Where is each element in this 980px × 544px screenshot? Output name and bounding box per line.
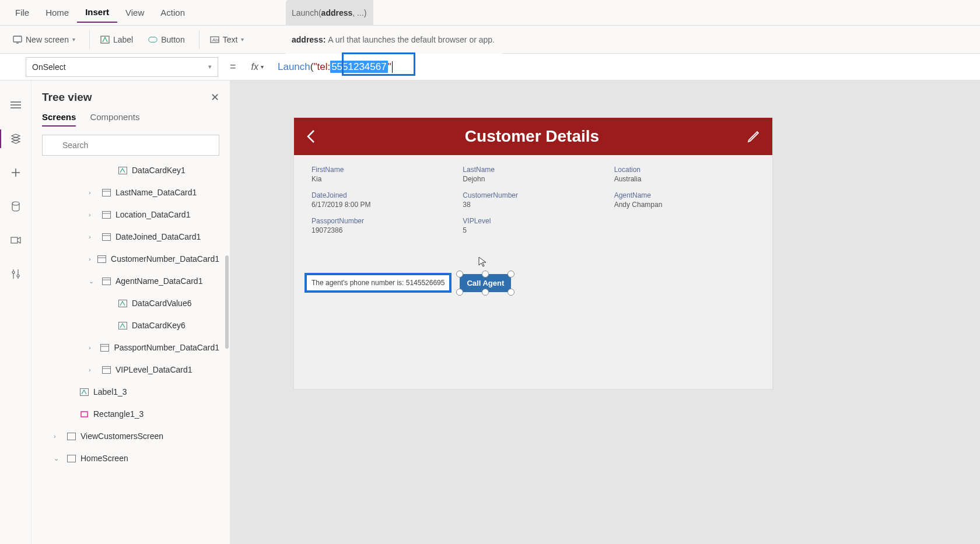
selection-handle[interactable] [508, 289, 514, 296]
media-icon[interactable] [9, 233, 23, 247]
tree-item-label: VIPLevel_DataCard1 [116, 365, 192, 374]
signature-help: Launch(address, ...) [286, 0, 373, 26]
field-value: 19072386 [312, 226, 452, 234]
menu-home[interactable]: Home [37, 3, 77, 22]
menu-file[interactable]: File [7, 3, 37, 22]
field-label: FirstName [312, 166, 452, 174]
tree-item-label: CustomerNumber_DataCard1 [111, 254, 219, 264]
close-icon[interactable]: ✕ [211, 91, 219, 104]
tree-item-icon [102, 365, 111, 374]
chevron-icon: › [89, 366, 97, 373]
new-screen-button[interactable]: New screen ▾ [7, 31, 81, 48]
field-value: Andy Champan [614, 201, 755, 209]
app-header: Customer Details [294, 118, 772, 155]
agent-phone-label[interactable]: The agent's phone number is: 5145526695 [304, 273, 452, 293]
tree-item-icon [102, 188, 111, 197]
tree-item-icon [102, 276, 111, 286]
tree-item[interactable]: ›LastName_DataCard1 [42, 181, 219, 203]
formula-token-launch: Launch [278, 61, 310, 72]
tree-scrollbar[interactable] [225, 255, 229, 349]
tree-item-label: AgentName_DataCard1 [116, 276, 202, 286]
tree-item[interactable]: ›Location_DataCard1 [42, 203, 219, 226]
formula-input[interactable]: Launch("tel:5551234567" [274, 58, 973, 75]
agent-row: The agent's phone number is: 5145526695 … [304, 273, 511, 293]
tree-item-icon [97, 254, 106, 264]
text-btn-label: Text [223, 35, 238, 44]
property-selector-value: OnSelect [32, 62, 66, 72]
tree-item[interactable]: ›VIPLevel_DataCard1 [42, 359, 219, 381]
tab-components[interactable]: Components [90, 112, 139, 127]
tree-list: DataCardKey1›LastName_DataCard1›Location… [42, 159, 219, 469]
tree-item[interactable]: DataCardValue6 [42, 292, 219, 314]
tree-item[interactable]: DataCardKey1 [42, 159, 219, 181]
chevron-down-icon: ▾ [72, 36, 75, 43]
tree-item[interactable]: ⌄AgentName_DataCard1 [42, 270, 219, 292]
svg-rect-0 [13, 36, 22, 42]
fx-button[interactable]: fx▾ [248, 59, 267, 75]
tree-view-icon[interactable] [9, 132, 23, 146]
sig-arg: address [321, 8, 353, 17]
svg-rect-32 [101, 344, 109, 351]
property-selector[interactable]: OnSelect ▾ [26, 57, 218, 77]
chevron-icon: › [89, 344, 96, 351]
menu-bar: File Home Insert View Action [0, 0, 980, 26]
tree-item-label: Location_DataCard1 [116, 210, 190, 219]
arg-desc: A url that launches the default browser … [328, 35, 495, 44]
menu-insert[interactable]: Insert [77, 2, 117, 23]
tree-item[interactable]: ›ViewCustomersScreen [42, 425, 219, 447]
tree-item-label: PassportNumber_DataCard1 [114, 343, 219, 352]
tree-item[interactable]: ›CustomerNumber_DataCard1 [42, 248, 219, 270]
field-label: VIPLevel [463, 217, 603, 225]
field-label: PassportNumber [312, 217, 452, 225]
tree-item[interactable]: DataCardKey6 [42, 314, 219, 336]
svg-rect-37 [81, 412, 88, 417]
tree-item[interactable]: ›DateJoined_DataCard1 [42, 226, 219, 248]
selection-handle[interactable] [508, 271, 514, 278]
svg-rect-12 [11, 237, 18, 243]
field-value: Kia [312, 175, 452, 183]
data-icon[interactable] [9, 199, 23, 213]
tree-item-icon [79, 409, 89, 419]
canvas[interactable]: Customer Details FirstName Kia LastName … [230, 80, 980, 544]
tree-item[interactable]: Rectangle1_3 [42, 403, 219, 425]
tree-item-label: DataCardKey6 [132, 321, 186, 330]
tree-item-label: DateJoined_DataCard1 [116, 232, 201, 241]
insert-icon[interactable] [9, 166, 23, 180]
svg-rect-34 [102, 366, 110, 373]
selection-handle[interactable] [456, 271, 463, 278]
tab-screens[interactable]: Screens [42, 112, 76, 127]
svg-rect-30 [118, 300, 127, 307]
tree-item[interactable]: ›PassportNumber_DataCard1 [42, 336, 219, 359]
field-value: Australia [614, 175, 755, 183]
chevron-icon: › [54, 433, 62, 440]
arg-name: address: [292, 35, 326, 44]
svg-point-16 [17, 275, 19, 277]
menu-view[interactable]: View [117, 3, 152, 22]
selection-handle[interactable] [482, 271, 489, 278]
selection-handle[interactable] [482, 289, 489, 296]
hamburger-icon[interactable] [9, 98, 23, 112]
sig-rest: , ...) [352, 8, 366, 17]
advanced-icon[interactable] [9, 267, 23, 281]
tree-item-icon [118, 166, 127, 175]
menu-action[interactable]: Action [152, 3, 193, 22]
label-button[interactable]: Label [94, 31, 139, 48]
call-button-selected[interactable]: Call Agent [460, 274, 511, 292]
tree-tabs: Screens Components [42, 112, 219, 127]
new-screen-label: New screen [26, 35, 69, 44]
toolbar-divider [89, 30, 90, 49]
text-button[interactable]: Abc Text ▾ [204, 31, 250, 48]
edit-icon[interactable] [747, 129, 761, 143]
field-location: Location Australia [614, 166, 755, 183]
chevron-icon: ⌄ [89, 278, 97, 285]
svg-rect-3 [149, 37, 157, 42]
tree-search-input[interactable] [42, 135, 219, 156]
button-button[interactable]: Button [142, 31, 190, 48]
tree-item[interactable]: Label1_3 [42, 381, 219, 403]
tree-item-icon [66, 454, 76, 463]
selection-handle[interactable] [456, 289, 463, 296]
svg-rect-31 [118, 322, 127, 329]
field-value: 38 [463, 201, 603, 209]
back-icon[interactable] [306, 128, 317, 145]
tree-item[interactable]: ⌄HomeScreen [42, 447, 219, 469]
